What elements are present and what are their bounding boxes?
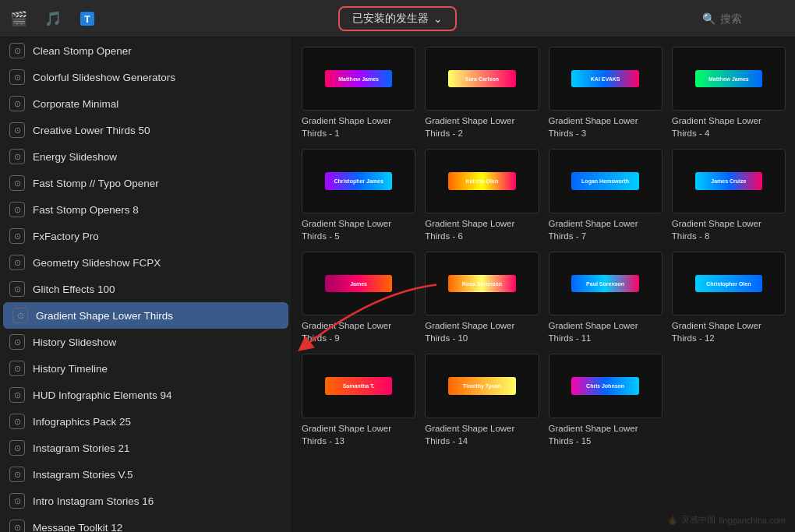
grid-item-14[interactable]: Timothy Tyson Gradient Shape Lower Third… — [425, 354, 539, 446]
grid-item-8[interactable]: James Cruize Gradient Shape Lower Thirds… — [672, 149, 786, 241]
svg-text:T: T — [84, 13, 90, 25]
sidebar-icon: ⊙ — [12, 308, 28, 323]
sidebar-item-label: Intro Instagram Stories 16 — [33, 495, 284, 507]
sidebar-item-hud-infographic[interactable]: ⊙ HUD Infographic Elements 94 — [0, 382, 292, 408]
sidebar-item-label: Geometry Slideshow FCPX — [33, 257, 284, 269]
grid-label-11: Gradient Shape Lower Thirds - 11 — [549, 319, 662, 344]
grid-thumb-inner-10: Rosa Sorenson — [448, 275, 516, 292]
sidebar-icon: ⊙ — [9, 255, 25, 270]
grid-item-1[interactable]: Matthew James Gradient Shape Lower Third… — [302, 47, 415, 139]
sidebar-item-label: Glitch Effects 100 — [33, 284, 284, 295]
sidebar-item-glitch-effects[interactable]: ⊙ Glitch Effects 100 — [0, 276, 292, 302]
sidebar-icon: ⊙ — [9, 387, 25, 403]
sidebar-item-label: Fast Stomp // Typo Opener — [33, 178, 284, 189]
sidebar-item-instagram-v5[interactable]: ⊙ Instagram Stories V.5 — [0, 461, 292, 488]
grid-label-15: Gradient Shape Lower Thirds - 15 — [549, 422, 662, 447]
sidebar-icon: ⊙ — [9, 414, 25, 429]
sidebar-item-label: Instagram Stories V.5 — [33, 469, 284, 481]
sidebar-item-label: Message Toolkit 12 — [33, 522, 284, 533]
grid-item-7[interactable]: Logan Hemsworth Gradient Shape Lower Thi… — [549, 149, 662, 241]
sidebar-icon: ⊙ — [9, 228, 25, 244]
sidebar-item-label: Infographics Pack 25 — [33, 416, 284, 428]
grid-item-6[interactable]: Katrina Olen Gradient Shape Lower Thirds… — [425, 149, 539, 241]
grid-item-9[interactable]: James Gradient Shape Lower Thirds - 9 — [302, 252, 415, 344]
sidebar-item-infographics-pack[interactable]: ⊙ Infographics Pack 25 — [0, 408, 292, 435]
sidebar-item-gradient-shape[interactable]: ⊙ Gradient Shape Lower Thirds — [3, 302, 288, 329]
music-icon[interactable]: 🎵 — [42, 8, 64, 30]
sidebar: ⊙ Clean Stomp Opener ⊙ Colorful Slidesho… — [0, 37, 292, 532]
sidebar-item-label: Clean Stomp Opener — [33, 45, 284, 57]
grid-thumb-6: Katrina Olen — [425, 149, 539, 213]
grid-thumb-inner-6: Katrina Olen — [448, 172, 516, 189]
sidebar-item-label: History Slideshow — [33, 336, 284, 348]
search-bar: 🔍 — [702, 12, 783, 25]
sidebar-item-corporate-minimal[interactable]: ⊙ Corporate Minimal — [0, 90, 292, 117]
grid-label-10: Gradient Shape Lower Thirds - 10 — [425, 319, 539, 344]
grid-label-9: Gradient Shape Lower Thirds - 9 — [302, 319, 415, 344]
grid-thumb-inner-14: Timothy Tyson — [448, 377, 516, 394]
grid-label-2: Gradient Shape Lower Thirds - 2 — [425, 115, 539, 139]
sidebar-item-energy-slideshow[interactable]: ⊙ Energy Slideshow — [0, 143, 292, 170]
installed-generators-button[interactable]: 已安装的发生器 ⌄ — [338, 6, 457, 31]
grid-item-2[interactable]: Sara Carlson Gradient Shape Lower Thirds… — [425, 47, 539, 139]
grid-thumb-inner-4: Matthew James — [695, 70, 763, 87]
sidebar-item-fast-stomp-typo[interactable]: ⊙ Fast Stomp // Typo Opener — [0, 170, 292, 196]
grid-thumb-4: Matthew James — [672, 47, 786, 111]
grid-thumb-inner-1: Matthew James — [325, 70, 393, 87]
grid-item-13[interactable]: Samantha T. Gradient Shape Lower Thirds … — [302, 354, 415, 446]
grid-label-1: Gradient Shape Lower Thirds - 1 — [302, 115, 415, 139]
search-icon: 🔍 — [702, 12, 716, 25]
sidebar-icon: ⊙ — [9, 520, 25, 532]
sidebar-icon: ⊙ — [9, 334, 25, 350]
grid-thumb-15: Chris Johnson — [549, 354, 662, 417]
grid-item-11[interactable]: Paul Sorenson Gradient Shape Lower Third… — [549, 252, 662, 344]
sidebar-icon: ⊙ — [9, 43, 25, 58]
grid-label-4: Gradient Shape Lower Thirds - 4 — [672, 115, 786, 139]
search-input[interactable] — [720, 12, 783, 25]
installed-label: 已安装的发生器 — [352, 12, 429, 26]
watermark-icon: 🔥 — [667, 515, 678, 525]
grid-item-4[interactable]: Matthew James Gradient Shape Lower Third… — [672, 47, 786, 139]
grid-label-6: Gradient Shape Lower Thirds - 6 — [425, 217, 539, 242]
grid-item-3[interactable]: KAI EVAKS Gradient Shape Lower Thirds - … — [549, 47, 662, 139]
watermark-text: 灵感中国 — [681, 514, 716, 526]
sidebar-item-label: Instagram Stories 21 — [33, 442, 284, 454]
grid-label-5: Gradient Shape Lower Thirds - 5 — [302, 217, 415, 242]
grid-item-15[interactable]: Chris Johnson Gradient Shape Lower Third… — [549, 354, 662, 446]
grid-item-12[interactable]: Christopher Olen Gradient Shape Lower Th… — [672, 252, 786, 344]
sidebar-item-history-timeline[interactable]: ⊙ History Timeline — [0, 355, 292, 382]
sidebar-item-instagram-21[interactable]: ⊙ Instagram Stories 21 — [0, 435, 292, 461]
grid-container: Matthew James Gradient Shape Lower Third… — [302, 47, 786, 447]
grid-thumb-inner-8: James Cruize — [695, 172, 763, 189]
sidebar-icon: ⊙ — [9, 69, 25, 85]
sidebar-item-clean-stomp[interactable]: ⊙ Clean Stomp Opener — [0, 37, 292, 64]
grid-thumb-14: Timothy Tyson — [425, 354, 539, 417]
sidebar-item-fast-stomp-8[interactable]: ⊙ Fast Stomp Openers 8 — [0, 196, 292, 223]
sidebar-icon: ⊙ — [9, 281, 25, 297]
sidebar-item-creative-lower[interactable]: ⊙ Creative Lower Thirds 50 — [0, 117, 292, 143]
grid-label-3: Gradient Shape Lower Thirds - 3 — [549, 115, 662, 139]
grid-item-5[interactable]: Christopher James Gradient Shape Lower T… — [302, 149, 415, 241]
grid-item-10[interactable]: Rosa Sorenson Gradient Shape Lower Third… — [425, 252, 539, 344]
sidebar-item-history-slideshow[interactable]: ⊙ History Slideshow — [0, 329, 292, 355]
grid-thumb-inner-11: Paul Sorenson — [571, 275, 639, 292]
watermark-url: lingganchina.com — [719, 516, 786, 525]
sidebar-item-message-toolkit[interactable]: ⊙ Message Toolkit 12 — [0, 514, 292, 532]
sidebar-item-geometry-slideshow[interactable]: ⊙ Geometry Slideshow FCPX — [0, 249, 292, 276]
sidebar-icon: ⊙ — [9, 361, 25, 376]
sidebar-item-colorful-slideshow[interactable]: ⊙ Colorful Slideshow Generators — [0, 64, 292, 90]
sidebar-icon: ⊙ — [9, 96, 25, 111]
sidebar-icon: ⊙ — [9, 440, 25, 456]
sidebar-icon: ⊙ — [9, 122, 25, 138]
grid-thumb-1: Matthew James — [302, 47, 415, 111]
grid-thumb-inner-13: Samantha T. — [325, 377, 393, 394]
sidebar-item-intro-instagram[interactable]: ⊙ Intro Instagram Stories 16 — [0, 488, 292, 514]
sidebar-item-fxfactory-pro[interactable]: ⊙ FxFactory Pro — [0, 223, 292, 249]
title-icon[interactable]: T — [76, 8, 98, 30]
clapper-icon[interactable]: 🎬 — [8, 8, 30, 30]
grid-label-12: Gradient Shape Lower Thirds - 12 — [672, 319, 786, 344]
sidebar-item-label: Creative Lower Thirds 50 — [33, 125, 284, 136]
grid-thumb-inner-3: KAI EVAKS — [571, 70, 639, 87]
grid-thumb-inner-12: Christopher Olen — [695, 275, 763, 292]
grid-thumb-2: Sara Carlson — [425, 47, 539, 111]
